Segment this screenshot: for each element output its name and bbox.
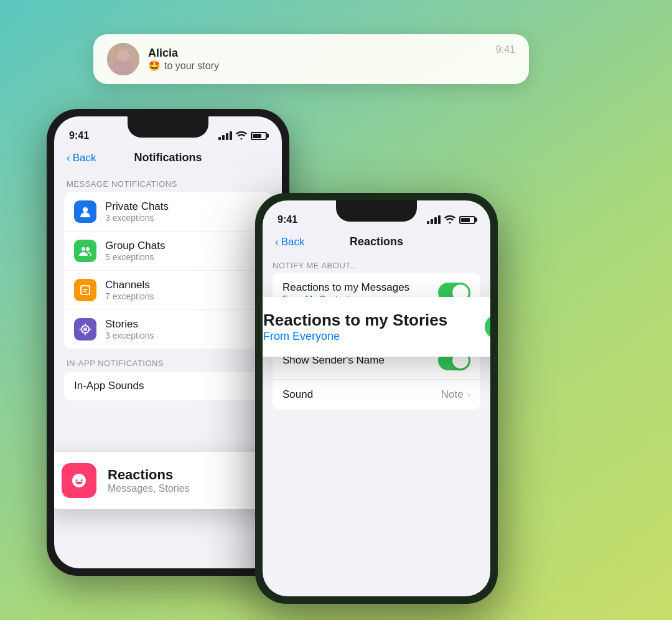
svg-point-5 <box>124 54 127 57</box>
signal-bar-4 <box>230 131 232 140</box>
in-app-sounds-content: In-App Sounds <box>74 380 250 392</box>
private-chats-icon <box>74 200 96 223</box>
avatar-image <box>107 43 139 75</box>
channels-content: Channels 7 exceptions <box>105 279 250 301</box>
list-item-group-chats[interactable]: Group Chats 5 exceptions › <box>64 232 272 271</box>
notification-time: 9:41 <box>496 43 515 55</box>
avatar <box>107 43 139 75</box>
notification-banner: Alicia 🤩 to your story 9:41 <box>93 34 529 84</box>
signal-bar-3 <box>226 133 228 140</box>
status-icons-2 <box>427 215 475 225</box>
battery-icon-1 <box>251 132 267 140</box>
story-reactions-card: Reactions to my Stories From Everyone <box>263 297 490 357</box>
story-reactions-subtitle: From Everyone <box>263 330 447 343</box>
list-item-private-chats[interactable]: Private Chats 3 exceptions › <box>64 192 272 232</box>
phone-2: 9:41 ‹ Back Re <box>255 193 498 604</box>
phone-2-screen: 9:41 ‹ Back Re <box>263 200 490 596</box>
svg-point-8 <box>86 247 90 251</box>
svg-point-7 <box>82 247 85 251</box>
phone-1: 9:41 ‹ Back No <box>47 109 289 576</box>
reactions-card-title: Reactions <box>108 467 190 483</box>
reactions-card-subtitle: Messages, Stories <box>108 483 190 494</box>
back-button-1[interactable]: ‹ Back <box>67 152 96 164</box>
wifi-icon-2 <box>444 215 455 225</box>
phone-1-screen: 9:41 ‹ Back No <box>54 116 282 568</box>
notify-me-section-header: NOTIFY ME ABOUT... <box>263 253 490 273</box>
in-app-notifications-list: In-App Sounds › <box>64 372 272 400</box>
svg-point-4 <box>119 54 122 57</box>
nav-bar-2: ‹ Back Reactions <box>263 230 490 253</box>
svg-rect-9 <box>81 286 90 294</box>
svg-point-3 <box>118 50 128 61</box>
private-chats-title: Private Chats <box>105 200 250 213</box>
stories-title: Stories <box>105 318 250 331</box>
back-chevron-1: ‹ <box>67 152 70 164</box>
stories-content: Stories 3 exceptions <box>105 318 250 341</box>
reaction-emoji: 🤩 <box>148 60 161 72</box>
signal-bar-2 <box>222 135 225 140</box>
battery-fill-1 <box>253 134 261 138</box>
back-label-2: Back <box>281 236 305 248</box>
notification-content: Alicia 🤩 to your story <box>148 47 487 72</box>
signal-bar-1 <box>218 137 221 140</box>
sound-value: Note <box>441 388 464 401</box>
nav-title-1: Notifications <box>134 151 202 164</box>
reactions-card[interactable]: Reactions Messages, Stories <box>54 452 282 509</box>
back-chevron-2: ‹ <box>275 236 279 248</box>
notification-text: to your story <box>164 60 219 72</box>
story-reactions-toggle[interactable] <box>485 315 490 339</box>
section-in-app-notifications: IN-APP NOTIFICATIONS <box>54 349 282 372</box>
channels-subtitle: 7 exceptions <box>105 291 250 301</box>
svg-point-11 <box>83 327 87 331</box>
status-time-2: 9:41 <box>278 214 297 225</box>
svg-point-2 <box>113 60 133 75</box>
reactions-card-content: Reactions Messages, Stories <box>108 467 190 494</box>
group-chats-content: Group Chats 5 exceptions <box>105 240 250 262</box>
stories-subtitle: 3 exceptions <box>105 331 250 341</box>
sound-item[interactable]: Sound Note › <box>273 380 480 410</box>
nav-bar-1: ‹ Back Notifications <box>54 146 282 169</box>
message-notifications-list: Private Chats 3 exceptions › Group Chats… <box>64 192 272 349</box>
reactions-to-messages-title: Reactions to my Messages <box>282 281 438 294</box>
channels-title: Channels <box>105 279 250 291</box>
status-icons-1 <box>218 131 267 141</box>
sound-title: Sound <box>282 388 441 401</box>
svg-point-1 <box>117 49 129 64</box>
battery-icon-2 <box>459 216 475 224</box>
svg-point-6 <box>83 207 88 212</box>
nav-title-2: Reactions <box>350 235 403 248</box>
notification-message: 🤩 to your story <box>148 60 487 72</box>
svg-point-0 <box>107 43 139 75</box>
notification-sender-name: Alicia <box>148 47 487 60</box>
group-chats-title: Group Chats <box>105 240 250 252</box>
private-chats-content: Private Chats 3 exceptions <box>105 200 250 223</box>
in-app-sounds-title: In-App Sounds <box>74 380 250 392</box>
back-button-2[interactable]: ‹ Back <box>275 236 304 248</box>
sound-chevron: › <box>467 389 470 400</box>
list-item-channels[interactable]: Channels 7 exceptions › <box>64 271 272 310</box>
stories-icon <box>74 318 96 341</box>
private-chats-subtitle: 3 exceptions <box>105 213 250 223</box>
signal-bars-2 <box>427 215 441 224</box>
list-item-in-app-sounds[interactable]: In-App Sounds › <box>64 372 272 400</box>
story-reactions-title: Reactions to my Stories <box>263 311 447 330</box>
signal-bars-1 <box>218 131 232 140</box>
phone-2-notch <box>336 200 417 222</box>
list-item-stories[interactable]: Stories 3 exceptions › <box>64 310 272 349</box>
group-chats-subtitle: 5 exceptions <box>105 252 250 262</box>
back-label-1: Back <box>73 152 96 164</box>
status-time-1: 9:41 <box>69 130 89 141</box>
channels-icon <box>74 279 96 301</box>
wifi-icon-1 <box>236 131 247 141</box>
phone-1-notch <box>128 116 208 138</box>
section-message-notifications: MESSAGE NOTIFICATIONS <box>54 169 282 192</box>
group-chats-icon <box>74 240 96 262</box>
story-reactions-text: Reactions to my Stories From Everyone <box>263 311 447 343</box>
reactions-card-icon <box>62 463 96 498</box>
sound-text: Sound <box>282 388 441 401</box>
